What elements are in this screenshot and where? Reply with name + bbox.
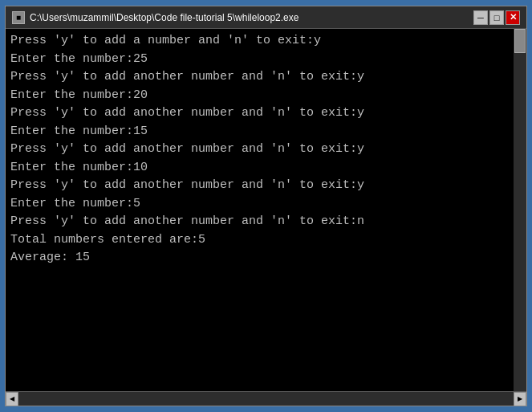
- console-line: Enter the number:15: [10, 123, 509, 141]
- console-wrapper: Press 'y' to add a number and 'n' to exi…: [6, 29, 526, 391]
- title-bar: ■ C:\Users\muzammil\Desktop\Code file-tu…: [6, 6, 526, 29]
- horizontal-scroll-track[interactable]: [18, 392, 514, 406]
- console-line: Press 'y' to add another number and 'n' …: [10, 104, 509, 123]
- console-line: Press 'y' to add a number and 'n' to exi…: [10, 32, 509, 51]
- title-bar-buttons: ─ □ ✕: [473, 10, 520, 25]
- console-line: Press 'y' to add another number and 'n' …: [10, 141, 509, 159]
- window: ■ C:\Users\muzammil\Desktop\Code file-tu…: [5, 6, 527, 406]
- vertical-scrollbar[interactable]: [514, 29, 526, 391]
- scroll-left-button[interactable]: ◀: [6, 392, 18, 406]
- console-line: Press 'y' to add another number and 'n' …: [10, 177, 509, 195]
- restore-button[interactable]: □: [489, 10, 504, 25]
- minimize-button[interactable]: ─: [473, 10, 488, 25]
- window-icon: ■: [12, 11, 25, 24]
- scrollbar-thumb[interactable]: [514, 29, 526, 53]
- console-line: Press 'y' to add another number and 'n' …: [10, 68, 509, 87]
- console-line: Enter the number:25: [10, 51, 509, 69]
- bottom-bar: ◀ ▶: [6, 391, 526, 406]
- console-line: Total numbers entered are:5: [10, 231, 509, 250]
- window-title: C:\Users\muzammil\Desktop\Code file-tuto…: [30, 12, 298, 23]
- console-line: Enter the number:5: [10, 195, 509, 214]
- console-line: Average: 15: [10, 249, 509, 267]
- console-line: Enter the number:20: [10, 87, 509, 105]
- scroll-right-button[interactable]: ▶: [514, 392, 526, 406]
- title-bar-left: ■ C:\Users\muzammil\Desktop\Code file-tu…: [12, 11, 298, 24]
- console-line: Press 'y' to add another number and 'n' …: [10, 213, 509, 231]
- console-line: Enter the number:10: [10, 159, 509, 177]
- console-area[interactable]: Press 'y' to add a number and 'n' to exi…: [6, 29, 514, 391]
- close-button[interactable]: ✕: [506, 10, 520, 25]
